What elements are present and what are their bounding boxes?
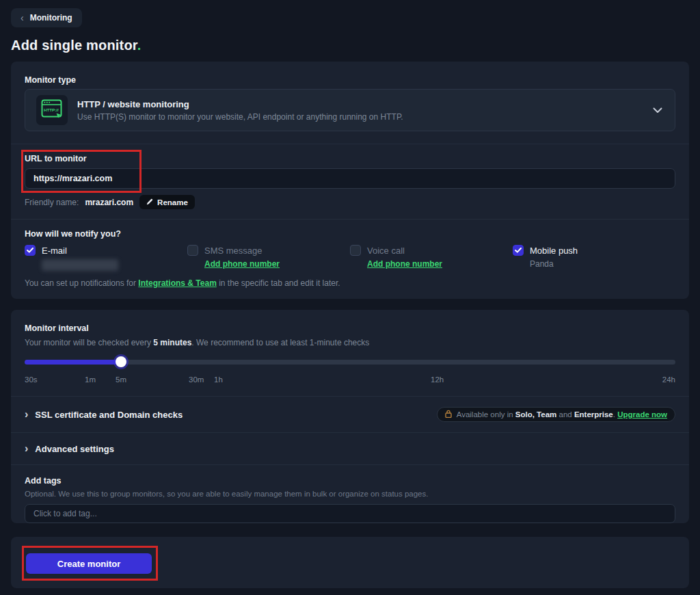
notify-options-grid: E-mail SMS message Add phone number bbox=[25, 245, 675, 271]
ssl-row-left: › SSL certificate and Domain checks bbox=[25, 409, 183, 420]
back-to-monitoring-button[interactable]: ‹ Monitoring bbox=[11, 8, 82, 27]
notify-option-sms: SMS message Add phone number bbox=[187, 245, 350, 271]
interval-section: Monitor interval Your monitor will be ch… bbox=[11, 310, 689, 396]
add-monitor-page: ‹ Monitoring Add single monitor. Monitor… bbox=[0, 0, 700, 595]
advanced-row-left: › Advanced settings bbox=[25, 443, 114, 454]
tag-input[interactable] bbox=[25, 504, 675, 523]
email-checkbox[interactable] bbox=[25, 245, 36, 256]
interval-label: Monitor interval bbox=[25, 323, 675, 333]
sms-checkbox-row[interactable]: SMS message bbox=[187, 245, 350, 256]
interval-desc-suffix: . We recommend to use at least 1-minute … bbox=[191, 338, 369, 347]
url-label: URL to monitor bbox=[25, 154, 675, 163]
notify-note: You can set up notifications for Integra… bbox=[25, 278, 675, 288]
voice-add-phone-link[interactable]: Add phone number bbox=[367, 259, 442, 269]
monitor-type-section: Monitor type HTTP:// bbox=[11, 62, 689, 144]
badge-and: and bbox=[556, 410, 574, 419]
email-checkbox-label: E-mail bbox=[42, 246, 67, 256]
chevron-right-icon: › bbox=[25, 409, 28, 420]
tick-1m: 1m bbox=[85, 375, 96, 384]
chevron-down-icon bbox=[653, 107, 662, 114]
friendly-name-label: Friendly name: bbox=[25, 198, 79, 207]
rename-button[interactable]: Rename bbox=[139, 195, 195, 209]
badge-prefix: Available only in bbox=[457, 410, 515, 419]
notify-option-email: E-mail bbox=[25, 245, 187, 271]
chevron-right-icon: › bbox=[25, 443, 28, 454]
monitor-type-description: Use HTTP(S) monitor to monitor your webs… bbox=[77, 112, 643, 122]
tick-30m: 30m bbox=[189, 375, 204, 384]
tick-5m: 5m bbox=[116, 375, 126, 384]
redacted-email-value bbox=[42, 259, 118, 271]
push-checkbox-label: Mobile push bbox=[530, 246, 578, 256]
lock-icon bbox=[445, 410, 452, 419]
slider-fill bbox=[25, 360, 121, 365]
back-label: Monitoring bbox=[30, 13, 72, 23]
sms-sub: Add phone number bbox=[204, 259, 350, 269]
monitor-type-title: HTTP / website monitoring bbox=[77, 99, 643, 109]
email-checkbox-row[interactable]: E-mail bbox=[25, 245, 187, 256]
slider-thumb[interactable] bbox=[116, 356, 126, 367]
badge-plans-2: Enterprise bbox=[574, 410, 613, 419]
push-checkbox-row[interactable]: Mobile push bbox=[513, 245, 675, 256]
monitor-type-selector[interactable]: HTTP:// HTTP / website monitoring Use HT… bbox=[25, 89, 675, 131]
monitor-options-card: Monitor interval Your monitor will be ch… bbox=[11, 310, 689, 523]
voice-sub: Add phone number bbox=[367, 259, 513, 269]
http-icon-tile: HTTP:// bbox=[36, 95, 68, 125]
create-monitor-button[interactable]: Create monitor bbox=[26, 553, 152, 574]
friendly-name-value: mrazari.com bbox=[85, 198, 133, 207]
page-title: Add single monitor. bbox=[11, 38, 141, 53]
voice-checkbox-label: Voice call bbox=[367, 246, 405, 256]
http-browser-icon: HTTP:// bbox=[41, 99, 63, 121]
interval-description: Your monitor will be checked every 5 min… bbox=[25, 338, 675, 347]
notify-section: How will we notify you? E-mail bbox=[11, 220, 689, 298]
badge-text: Available only in Solo, Team and Enterpr… bbox=[457, 410, 667, 419]
sms-checkbox-label: SMS message bbox=[204, 246, 262, 256]
page-title-text: Add single monitor bbox=[11, 38, 137, 53]
notify-option-push: Mobile push Panda bbox=[513, 245, 675, 271]
page-title-period: . bbox=[137, 38, 142, 53]
sms-add-phone-link[interactable]: Add phone number bbox=[204, 259, 280, 269]
tags-description: Optional. We use this to group monitors,… bbox=[25, 490, 675, 498]
plan-availability-badge: Available only in Solo, Team and Enterpr… bbox=[437, 407, 675, 422]
notify-option-voice: Voice call Add phone number bbox=[350, 245, 513, 271]
tick-30s: 30s bbox=[25, 375, 38, 384]
ssl-domain-checks-row[interactable]: › SSL certificate and Domain checks Avai… bbox=[11, 397, 689, 432]
tick-1h: 1h bbox=[214, 375, 223, 384]
email-redacted-sub bbox=[42, 259, 187, 271]
badge-plans-1: Solo, Team bbox=[515, 410, 557, 419]
notify-note-prefix: You can set up notifications for bbox=[25, 278, 138, 288]
upgrade-now-link[interactable]: Upgrade now bbox=[617, 410, 667, 419]
pencil-icon bbox=[146, 198, 153, 207]
monitor-setup-card: Monitor type HTTP:// bbox=[11, 62, 689, 299]
integrations-team-link[interactable]: Integrations & Team bbox=[138, 278, 216, 288]
svg-text:HTTP://: HTTP:// bbox=[44, 107, 59, 112]
slider-track[interactable] bbox=[25, 360, 675, 365]
push-checkbox[interactable] bbox=[513, 245, 524, 256]
tags-label: Add tags bbox=[25, 476, 675, 486]
interval-desc-prefix: Your monitor will be checked every bbox=[25, 338, 153, 347]
friendly-name-row: Friendly name: mrazari.com Rename bbox=[25, 195, 675, 209]
chevron-left-icon: ‹ bbox=[21, 13, 24, 23]
monitor-type-texts: HTTP / website monitoring Use HTTP(S) mo… bbox=[77, 99, 643, 122]
rename-label: Rename bbox=[157, 198, 188, 207]
tick-24h: 24h bbox=[662, 375, 675, 384]
tick-12h: 12h bbox=[431, 375, 444, 384]
advanced-row-title: Advanced settings bbox=[35, 444, 114, 454]
notify-note-suffix: in the specific tab and edit it later. bbox=[217, 278, 340, 288]
interval-desc-value: 5 minutes bbox=[153, 338, 191, 347]
advanced-settings-row[interactable]: › Advanced settings bbox=[11, 433, 689, 464]
tags-section: Add tags Optional. We use this to group … bbox=[11, 465, 689, 536]
url-section: URL to monitor Friendly name: mrazari.co… bbox=[11, 144, 689, 219]
voice-checkbox[interactable] bbox=[350, 245, 361, 256]
url-input[interactable] bbox=[25, 168, 675, 189]
slider-tick-labels: 30s 1m 5m 30m 1h 12h 24h bbox=[25, 375, 675, 385]
monitor-type-label: Monitor type bbox=[25, 75, 675, 85]
voice-checkbox-row[interactable]: Voice call bbox=[350, 245, 513, 256]
ssl-row-title: SSL certificate and Domain checks bbox=[35, 410, 183, 420]
interval-slider bbox=[25, 356, 675, 367]
notify-label: How will we notify you? bbox=[25, 229, 675, 239]
push-device-name: Panda bbox=[530, 259, 675, 269]
sms-checkbox[interactable] bbox=[187, 245, 198, 256]
footer-card: Create monitor bbox=[11, 537, 689, 588]
